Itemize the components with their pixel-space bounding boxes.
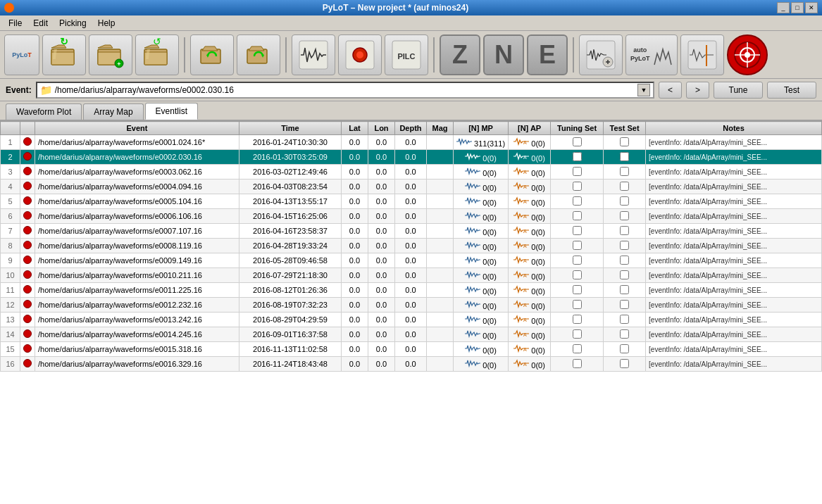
pilc-button[interactable]: PILC <box>385 34 428 75</box>
redo-button[interactable] <box>237 34 280 75</box>
cell-test[interactable] <box>604 253 646 268</box>
test-button[interactable]: Test <box>767 82 816 99</box>
events-table-container[interactable]: Event Time Lat Lon Depth Mag [N] MP [N] … <box>0 121 822 504</box>
col-header-mag[interactable]: Mag <box>427 122 454 135</box>
col-header-lon[interactable]: Lon <box>368 122 395 135</box>
menu-edit[interactable]: Edit <box>27 17 54 30</box>
event-path-input[interactable] <box>55 85 637 95</box>
cell-test[interactable] <box>604 165 646 179</box>
cell-tuning[interactable] <box>551 179 604 194</box>
cell-test[interactable] <box>604 135 646 150</box>
open-event-button[interactable]: ↻ <box>42 34 86 75</box>
waveform-button[interactable] <box>292 34 335 75</box>
table-row[interactable]: 9 /home/darius/alparray/waveforms/e0009.… <box>1 253 822 268</box>
table-row[interactable]: 12 /home/darius/alparray/waveforms/e0012… <box>1 298 822 313</box>
cell-tuning[interactable] <box>551 209 604 224</box>
test-checkbox[interactable] <box>620 285 629 294</box>
col-header-nap[interactable]: [N] AP <box>509 122 551 135</box>
table-row[interactable]: 14 /home/darius/alparray/waveforms/e0014… <box>1 327 822 342</box>
cell-test[interactable] <box>604 298 646 313</box>
cell-tuning[interactable] <box>551 357 604 372</box>
minimize-button[interactable]: _ <box>777 2 790 13</box>
cell-tuning[interactable] <box>551 253 604 268</box>
maximize-button[interactable]: □ <box>791 2 804 13</box>
undo-button[interactable] <box>190 34 234 75</box>
cell-tuning[interactable] <box>551 313 604 327</box>
cell-tuning[interactable] <box>551 268 604 283</box>
z-channel-button[interactable]: Z <box>440 34 480 75</box>
menu-file[interactable]: File <box>3 17 27 30</box>
open-folder-button[interactable]: + <box>89 34 132 75</box>
target-button[interactable] <box>727 34 768 75</box>
tuning-checkbox[interactable] <box>573 211 582 220</box>
cell-event-path[interactable]: /home/darius/alparray/waveforms/e0001.02… <box>35 135 239 150</box>
cell-tuning[interactable] <box>551 283 604 298</box>
table-row[interactable]: 5 /home/darius/alparray/waveforms/e0005.… <box>1 194 822 209</box>
tuning-checkbox[interactable] <box>573 152 582 161</box>
cell-event-path[interactable]: /home/darius/alparray/waveforms/e0012.23… <box>35 298 239 313</box>
cell-event-path[interactable]: /home/darius/alparray/waveforms/e0003.06… <box>35 165 239 179</box>
cell-event-path[interactable]: /home/darius/alparray/waveforms/e0006.10… <box>35 209 239 224</box>
cell-event-path[interactable]: /home/darius/alparray/waveforms/e0013.24… <box>35 313 239 327</box>
cell-tuning[interactable] <box>551 224 604 239</box>
tuning-checkbox[interactable] <box>573 167 582 176</box>
table-row[interactable]: 2 /home/darius/alparray/waveforms/e0002.… <box>1 150 822 165</box>
next-event-button[interactable]: > <box>686 82 709 99</box>
tuning-checkbox[interactable] <box>573 329 582 339</box>
test-checkbox[interactable] <box>620 152 629 161</box>
tuning-checkbox[interactable] <box>573 359 582 368</box>
col-header-time[interactable]: Time <box>239 122 342 135</box>
col-header-nmp[interactable]: [N] MP <box>454 122 509 135</box>
cell-event-path[interactable]: /home/darius/alparray/waveforms/e0009.14… <box>35 253 239 268</box>
cell-tuning[interactable] <box>551 239 604 253</box>
col-header-depth[interactable]: Depth <box>395 122 427 135</box>
menu-picking[interactable]: Picking <box>54 17 92 30</box>
tab-array-map[interactable]: Array Map <box>83 103 143 120</box>
cell-tuning[interactable] <box>551 327 604 342</box>
tab-waveform-plot[interactable]: Waveform Plot <box>6 103 82 120</box>
cell-test[interactable] <box>604 194 646 209</box>
cell-test[interactable] <box>604 283 646 298</box>
test-checkbox[interactable] <box>620 211 629 220</box>
test-checkbox[interactable] <box>620 344 629 353</box>
table-row[interactable]: 1 /home/darius/alparray/waveforms/e0001.… <box>1 135 822 150</box>
cell-tuning[interactable] <box>551 298 604 313</box>
cell-event-path[interactable]: /home/darius/alparray/waveforms/e0008.11… <box>35 239 239 253</box>
table-row[interactable]: 4 /home/darius/alparray/waveforms/e0004.… <box>1 179 822 194</box>
tuning-checkbox[interactable] <box>573 300 582 309</box>
cell-event-path[interactable]: /home/darius/alparray/waveforms/e0016.32… <box>35 357 239 372</box>
col-header-test[interactable]: Test Set <box>604 122 646 135</box>
event-dropdown-button[interactable]: ▼ <box>637 84 650 96</box>
test-checkbox[interactable] <box>620 182 629 191</box>
n-channel-button[interactable]: N <box>483 34 524 75</box>
test-checkbox[interactable] <box>620 359 629 368</box>
cell-event-path[interactable]: /home/darius/alparray/waveforms/e0010.21… <box>35 268 239 283</box>
tuning-checkbox[interactable] <box>573 270 582 279</box>
cell-test[interactable] <box>604 179 646 194</box>
cell-tuning[interactable] <box>551 194 604 209</box>
tab-eventlist[interactable]: Eventlist <box>145 103 198 120</box>
col-header-lat[interactable]: Lat <box>342 122 368 135</box>
test-checkbox[interactable] <box>620 256 629 265</box>
test-checkbox[interactable] <box>620 241 629 250</box>
cell-test[interactable] <box>604 327 646 342</box>
tuning-checkbox[interactable] <box>573 241 582 250</box>
tune-button[interactable]: Tune <box>714 82 763 99</box>
cell-tuning[interactable] <box>551 150 604 165</box>
save-button[interactable]: ↺ <box>135 34 179 75</box>
cell-test[interactable] <box>604 239 646 253</box>
col-header-notes[interactable]: Notes <box>646 122 822 135</box>
cell-test[interactable] <box>604 342 646 357</box>
tuning-checkbox[interactable] <box>573 137 582 146</box>
prev-event-button[interactable]: < <box>659 82 682 99</box>
cell-tuning[interactable] <box>551 135 604 150</box>
table-row[interactable]: 11 /home/darius/alparray/waveforms/e0011… <box>1 283 822 298</box>
cell-test[interactable] <box>604 209 646 224</box>
table-row[interactable]: 15 /home/darius/alparray/waveforms/e0015… <box>1 342 822 357</box>
cell-event-path[interactable]: /home/darius/alparray/waveforms/e0011.22… <box>35 283 239 298</box>
cell-event-path[interactable]: /home/darius/alparray/waveforms/e0007.10… <box>35 224 239 239</box>
tuning-checkbox[interactable] <box>573 182 582 191</box>
cell-event-path[interactable]: /home/darius/alparray/waveforms/e0004.09… <box>35 179 239 194</box>
table-row[interactable]: 3 /home/darius/alparray/waveforms/e0003.… <box>1 165 822 179</box>
tuning-checkbox[interactable] <box>573 196 582 206</box>
